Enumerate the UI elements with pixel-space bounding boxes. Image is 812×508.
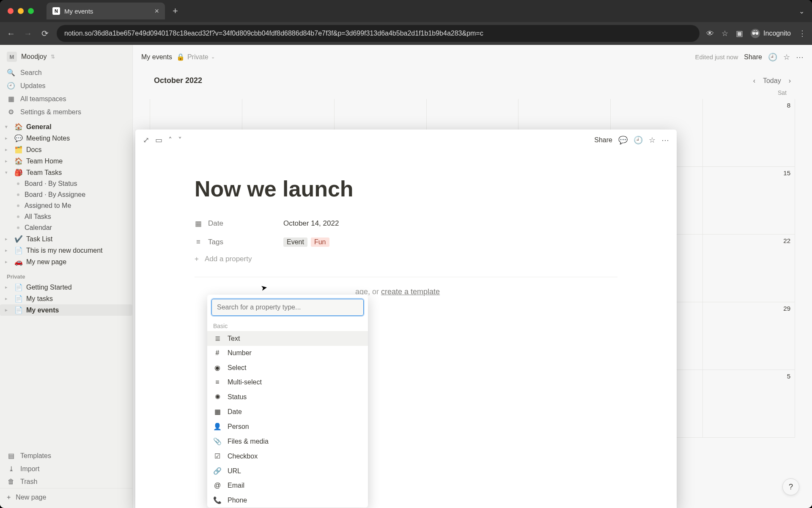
sidebar-item-docs[interactable]: ▸🗂️Docs [0,144,132,155]
maximize-window-button[interactable] [28,8,34,14]
create-template-link[interactable]: create a template [381,287,440,296]
chevron-right-icon[interactable]: ▸ [5,307,11,313]
bookmark-star-icon[interactable]: ☆ [721,29,728,38]
calendar-today-button[interactable]: Today [763,77,781,85]
chevron-right-icon[interactable]: ▸ [5,135,11,141]
new-tab-button[interactable]: + [173,6,178,17]
sidebar-item-meeting-notes[interactable]: ▸💬Meeting Notes [0,133,132,144]
chevron-right-icon[interactable]: ▸ [5,158,11,164]
favorite-star-icon[interactable]: ☆ [783,52,790,62]
calendar-next-icon[interactable]: › [789,77,791,85]
sidebar-item-team-home[interactable]: ▸🏠Team Home [0,155,132,167]
help-button[interactable]: ? [782,478,799,495]
share-scope-badge[interactable]: 🔒 Private ⌄ [176,53,215,61]
property-value-date[interactable]: October 14, 2022 [283,219,339,228]
sidebar-search[interactable]: 🔍Search [0,66,132,79]
add-property-button[interactable]: + Add a property [195,251,617,267]
sidebar-import[interactable]: ⤓Import [0,462,132,475]
chevron-right-icon[interactable]: ▸ [5,296,11,301]
eye-off-icon[interactable]: 👁 [706,29,714,38]
extensions-icon[interactable]: ▣ [736,29,743,38]
property-option-phone[interactable]: 📞Phone [207,493,368,508]
chevron-right-icon[interactable]: ▸ [5,259,11,265]
property-row-tags[interactable]: ≡Tags Event Fun [195,233,617,251]
property-option-url[interactable]: 🔗URL [207,464,368,478]
sidebar-subitem-board-status[interactable]: Board · By Status [0,178,132,189]
share-button[interactable]: Share [744,53,762,61]
calendar-prev-icon[interactable]: ‹ [753,77,755,85]
incognito-icon: 🕶 [751,29,760,38]
property-option-multiselect[interactable]: ≡Multi-select [207,375,368,389]
tabs-dropdown-icon[interactable]: ⌄ [799,7,804,15]
back-button[interactable]: ← [6,29,16,39]
modal-share-button[interactable]: Share [594,136,612,144]
property-search-input[interactable] [211,299,364,316]
text-icon: ≣ [213,334,222,342]
chevron-down-icon[interactable]: ▾ [5,124,11,130]
reload-button[interactable]: ⟳ [40,28,50,39]
updates-clock-icon[interactable]: 🕘 [634,135,643,145]
workspace-avatar: M [7,52,17,62]
sidebar-item-team-tasks[interactable]: ▾🎒Team Tasks [0,167,132,178]
minimize-window-button[interactable] [18,8,24,14]
sidebar-subitem-calendar[interactable]: Calendar [0,222,132,233]
sidebar-item-my-events[interactable]: ▸📄My events [0,304,132,316]
nav-up-icon[interactable]: ˄ [168,135,172,145]
checkbox-icon: ☑ [213,452,222,460]
sidebar-updates[interactable]: 🕘Updates [0,79,132,92]
more-menu-icon[interactable]: ⋯ [661,135,669,145]
sidebar-trash[interactable]: 🗑Trash [0,475,132,488]
comments-icon[interactable]: 💬 [618,135,628,145]
calendar-cell[interactable]: 5 [703,370,795,438]
chevron-right-icon[interactable]: ▸ [5,147,11,152]
property-row-date[interactable]: ▦Date October 14, 2022 [195,214,617,233]
calendar-cell[interactable]: 8 [703,99,795,167]
sidebar-settings[interactable]: ⚙Settings & members [0,105,132,119]
tag-chip[interactable]: Fun [311,237,329,247]
peek-mode-icon[interactable]: ▭ [155,135,162,145]
more-menu-icon[interactable]: ⋯ [796,52,804,62]
property-option-select[interactable]: ◉Select [207,360,368,375]
property-option-text[interactable]: ≣Text [207,331,368,346]
breadcrumb[interactable]: My events [141,53,172,61]
close-tab-icon[interactable]: × [154,7,159,16]
chevron-right-icon[interactable]: ▸ [5,284,11,290]
workspace-switcher[interactable]: M Moodjoy ⇅ [0,47,132,66]
close-window-button[interactable] [8,8,14,14]
url-input[interactable]: notion.so/36d8a1be657e49d0940178c18eacd3… [57,25,700,42]
page-title[interactable]: Now we launch [195,176,617,202]
property-option-person[interactable]: 👤Person [207,419,368,434]
sidebar-subitem-board-assignee[interactable]: Board · By Assignee [0,189,132,200]
sidebar-subitem-assigned[interactable]: Assigned to Me [0,200,132,211]
updates-icon[interactable]: 🕘 [768,52,777,62]
sidebar-item-getting-started[interactable]: ▸📄Getting Started [0,282,132,293]
sidebar-item-my-tasks[interactable]: ▸📄My tasks [0,293,132,304]
browser-tab[interactable]: N My events × [47,3,165,19]
calendar-cell[interactable]: 29 [703,302,795,370]
nav-down-icon[interactable]: ˅ [178,135,182,145]
sidebar-item-task-list[interactable]: ▸✔️Task List [0,233,132,245]
favorite-star-icon[interactable]: ☆ [649,135,656,145]
forward-button[interactable]: → [23,29,33,39]
property-option-checkbox[interactable]: ☑Checkbox [207,449,368,464]
property-option-files[interactable]: 📎Files & media [207,434,368,449]
property-option-date[interactable]: ▦Date [207,404,368,419]
sidebar-item-my-new-page[interactable]: ▸🚗My new page [0,256,132,268]
sidebar-templates[interactable]: ▤Templates [0,449,132,462]
property-option-status[interactable]: ✺Status [207,389,368,404]
property-option-number[interactable]: #Number [207,346,368,360]
new-page-button[interactable]: +New page [0,488,132,506]
browser-menu-icon[interactable]: ⋮ [798,29,806,38]
calendar-cell[interactable]: 15 [703,167,795,235]
sidebar-teamspaces[interactable]: ▦All teamspaces [0,92,132,105]
open-as-page-icon[interactable]: ⤢ [143,135,149,145]
calendar-cell[interactable]: 22 [703,235,795,302]
property-option-email[interactable]: @Email [207,478,368,493]
sidebar-section-general[interactable]: ▾ 🏠 General [0,121,132,133]
sidebar-item-new-document[interactable]: ▸📄This is my new document [0,245,132,256]
chevron-right-icon[interactable]: ▸ [5,236,11,242]
chevron-down-icon[interactable]: ▾ [5,170,11,175]
sidebar-subitem-all-tasks[interactable]: All Tasks [0,211,132,222]
tag-chip[interactable]: Event [283,237,307,247]
chevron-right-icon[interactable]: ▸ [5,248,11,253]
